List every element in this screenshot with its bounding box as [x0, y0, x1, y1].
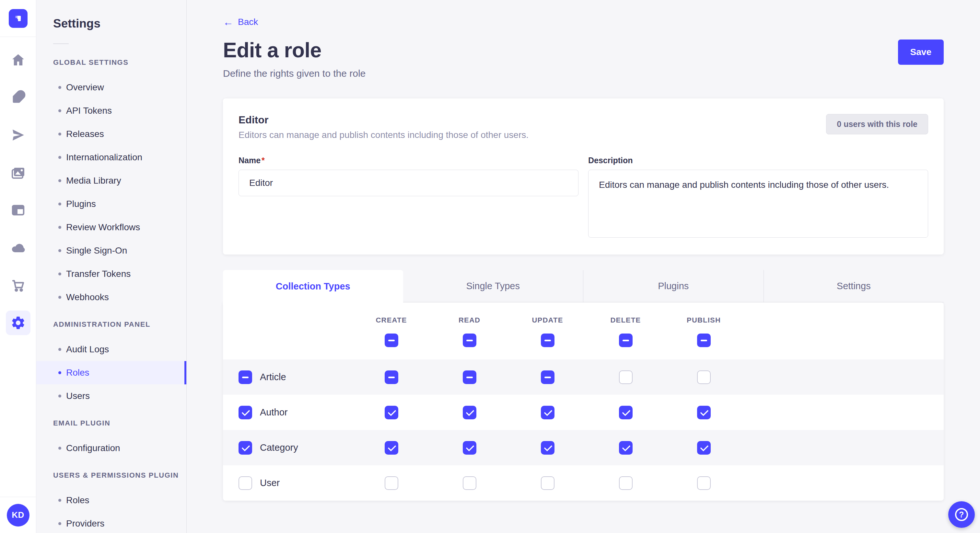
- row-label-author: Author: [260, 407, 288, 418]
- master-checkbox-publish[interactable]: [697, 333, 711, 347]
- row-checkbox-user[interactable]: [239, 476, 252, 490]
- permissions-tabs: Collection Types Single Types Plugins Se…: [223, 270, 944, 303]
- checkbox-article-update[interactable]: [541, 370, 555, 384]
- master-checkbox-row: [223, 333, 944, 359]
- back-link[interactable]: ← Back: [223, 17, 258, 27]
- checkbox-user-update[interactable]: [541, 476, 555, 490]
- checkbox-user-delete[interactable]: [619, 476, 633, 490]
- sidebar-item-up-roles[interactable]: Roles: [36, 489, 186, 512]
- master-checkbox-delete[interactable]: [619, 333, 633, 347]
- section-label-users-permissions-plugin: Users & Permissions Plugin: [36, 471, 186, 479]
- sidebar-item-single-sign-on[interactable]: Single Sign-On: [36, 239, 186, 262]
- sidebar-item-api-tokens[interactable]: API Tokens: [36, 99, 186, 122]
- column-labels-row: Create Read Update Delete Publish: [223, 316, 944, 324]
- subnav-title: Settings: [36, 0, 186, 30]
- sidebar-item-roles-active[interactable]: Roles: [36, 361, 186, 384]
- master-checkbox-create[interactable]: [385, 333, 398, 347]
- role-description-text: Editors can manage and publish contents …: [239, 130, 528, 140]
- checkbox-article-publish[interactable]: [697, 370, 711, 384]
- name-input[interactable]: [239, 170, 579, 196]
- tab-settings[interactable]: Settings: [764, 270, 944, 303]
- permissions-section: Collection Types Single Types Plugins Se…: [223, 270, 944, 501]
- shopping-cart-icon[interactable]: [6, 273, 30, 298]
- tab-plugins[interactable]: Plugins: [583, 270, 764, 303]
- description-field-group: Description Editors can manage and publi…: [588, 156, 928, 239]
- checkbox-user-read[interactable]: [463, 476, 476, 490]
- images-icon[interactable]: [6, 160, 30, 185]
- table-row-user: User: [223, 465, 944, 501]
- sidebar-item-media-library[interactable]: Media Library: [36, 169, 186, 192]
- rail-bottom-section: KD: [0, 497, 36, 533]
- checkbox-category-read[interactable]: [463, 441, 476, 455]
- sidebar-item-transfer-tokens[interactable]: Transfer Tokens: [36, 262, 186, 286]
- main-content: ← Back Edit a role Define the rights giv…: [187, 0, 980, 533]
- subnav-divider: [53, 43, 69, 44]
- checkbox-user-publish[interactable]: [697, 476, 711, 490]
- permissions-table: Create Read Update Delete Publish: [223, 303, 944, 501]
- page-title: Edit a role: [223, 38, 366, 62]
- save-button[interactable]: Save: [898, 40, 944, 65]
- master-checkbox-read[interactable]: [463, 333, 476, 347]
- sidebar-item-releases[interactable]: Releases: [36, 122, 186, 146]
- help-button[interactable]: ?: [948, 501, 975, 528]
- description-textarea[interactable]: Editors can manage and publish contents …: [588, 170, 928, 238]
- sidebar-item-internationalization[interactable]: Internationalization: [36, 146, 186, 169]
- row-checkbox-category[interactable]: [239, 441, 252, 455]
- checkbox-category-create[interactable]: [385, 441, 398, 455]
- permissions-rows: Article Author: [223, 359, 944, 501]
- gear-icon[interactable]: [6, 311, 30, 335]
- tab-collection-types[interactable]: Collection Types: [223, 270, 403, 303]
- section-label-administration-panel: Administration Panel: [36, 320, 186, 329]
- checkbox-article-delete[interactable]: [619, 370, 633, 384]
- users-with-role-badge[interactable]: 0 users with this role: [826, 114, 928, 134]
- row-label-category: Category: [260, 443, 298, 453]
- checkbox-author-create[interactable]: [385, 406, 398, 419]
- tab-single-types[interactable]: Single Types: [403, 270, 583, 303]
- column-label-create: Create: [352, 316, 430, 324]
- checkbox-article-read[interactable]: [463, 370, 476, 384]
- master-checkbox-update[interactable]: [541, 333, 555, 347]
- role-name-heading: Editor: [239, 114, 528, 126]
- feather-icon[interactable]: [6, 85, 30, 110]
- settings-subnav: Settings Global Settings Overview API To…: [36, 0, 187, 533]
- name-field-group: Name*: [239, 156, 579, 239]
- table-row-article: Article: [223, 359, 944, 395]
- checkbox-author-read[interactable]: [463, 406, 476, 419]
- layout-icon[interactable]: [6, 198, 30, 222]
- sidebar-item-configuration[interactable]: Configuration: [36, 436, 186, 460]
- user-avatar[interactable]: KD: [7, 504, 30, 527]
- page-subtitle: Define the rights given to the role: [223, 68, 366, 79]
- checkbox-author-update[interactable]: [541, 406, 555, 419]
- sidebar-item-review-workflows[interactable]: Review Workflows: [36, 216, 186, 239]
- checkbox-category-update[interactable]: [541, 441, 555, 455]
- role-card-header: Editor Editors can manage and publish co…: [239, 114, 928, 140]
- administration-panel-list: Audit Logs Roles Users: [36, 338, 186, 408]
- checkbox-category-delete[interactable]: [619, 441, 633, 455]
- table-row-author: Author: [223, 395, 944, 430]
- cloud-icon[interactable]: [6, 235, 30, 260]
- checkbox-author-delete[interactable]: [619, 406, 633, 419]
- sidebar-item-plugins[interactable]: Plugins: [36, 192, 186, 216]
- strapi-logo-icon: [13, 13, 24, 24]
- checkbox-category-publish[interactable]: [697, 441, 711, 455]
- sidebar-item-webhooks[interactable]: Webhooks: [36, 286, 186, 309]
- sidebar-item-overview[interactable]: Overview: [36, 76, 186, 99]
- paper-plane-icon[interactable]: [6, 123, 30, 148]
- email-plugin-list: Configuration: [36, 436, 186, 460]
- checkbox-user-create[interactable]: [385, 476, 398, 490]
- sidebar-item-audit-logs[interactable]: Audit Logs: [36, 338, 186, 361]
- sidebar-item-up-providers[interactable]: Providers: [36, 512, 186, 533]
- role-card-header-text: Editor Editors can manage and publish co…: [239, 114, 528, 140]
- column-label-read: Read: [430, 316, 509, 324]
- strapi-logo[interactable]: [9, 9, 27, 28]
- description-label: Description: [588, 156, 928, 165]
- sidebar-item-users[interactable]: Users: [36, 384, 186, 408]
- row-checkbox-author[interactable]: [239, 406, 252, 419]
- column-label-delete: Delete: [587, 316, 665, 324]
- checkbox-article-create[interactable]: [385, 370, 398, 384]
- permissions-table-header: Create Read Update Delete Publish: [223, 303, 944, 359]
- column-label-update: Update: [509, 316, 587, 324]
- home-icon[interactable]: [6, 48, 30, 72]
- checkbox-author-publish[interactable]: [697, 406, 711, 419]
- row-checkbox-article[interactable]: [239, 370, 252, 384]
